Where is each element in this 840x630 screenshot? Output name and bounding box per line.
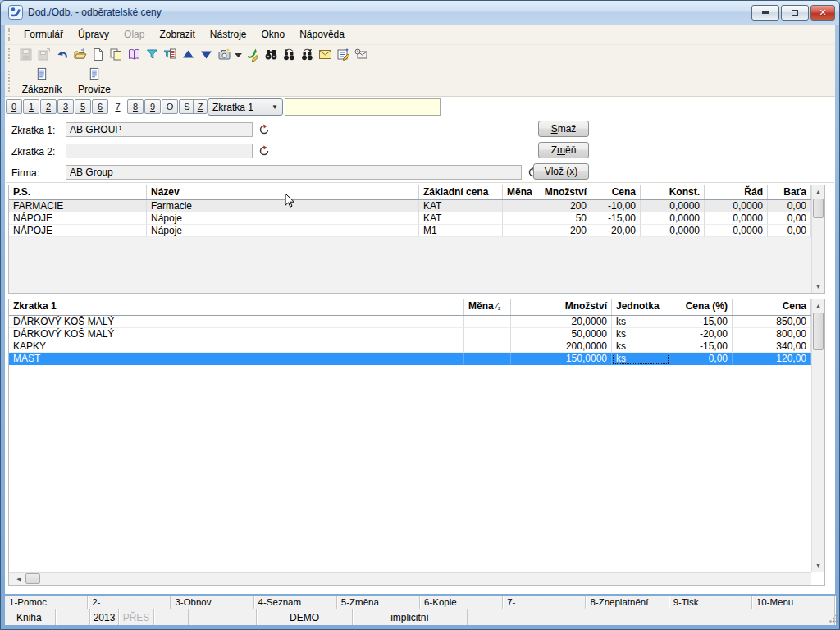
cell[interactable]: NÁPOJE	[9, 225, 147, 237]
cell[interactable]: 0,0000	[641, 225, 705, 237]
send-receive-button[interactable]	[352, 47, 370, 65]
fkey-4-seznam[interactable]: 4-Seznam	[254, 596, 337, 609]
fkey-6-kopie[interactable]: 6-Kopie	[420, 596, 503, 609]
menubar-grip-handle[interactable]	[8, 28, 12, 42]
fkey-3-obnov[interactable]: 3-Obnov	[171, 596, 253, 609]
cell[interactable]: Farmacie	[147, 200, 419, 212]
tab-8[interactable]: 8	[127, 99, 144, 114]
tab-o[interactable]: O	[162, 99, 178, 114]
table-row[interactable]: MAST150,0000ks0,00120,00	[9, 353, 811, 365]
shortcut-button-zakaznik[interactable]: Zákazník	[16, 67, 67, 95]
scrollbar-thumb[interactable]	[813, 199, 824, 218]
tab-5[interactable]: 5	[75, 99, 91, 114]
cell[interactable]	[503, 225, 532, 237]
table-row[interactable]: DÁRKOVÝ KOŠ MALÝ50,0000ks-20,00800,00	[9, 328, 811, 340]
table-row[interactable]: KAPKY200,0000ks-15,00340,00	[9, 340, 811, 353]
cell[interactable]: 0,0000	[705, 225, 768, 237]
fkey-10-menu[interactable]: 10-Menu	[752, 596, 835, 609]
z-button[interactable]: Z	[193, 99, 208, 114]
tab-1[interactable]: 1	[23, 99, 39, 114]
mail-button[interactable]	[316, 47, 334, 65]
open-button[interactable]	[71, 47, 89, 65]
table-row[interactable]: FARMACIEFarmacieKAT200-10,000,00000,0000…	[9, 200, 811, 212]
column-header-zakladni-cena[interactable]: Základní cena	[419, 185, 503, 199]
column-header-jednotka[interactable]: Jednotka	[612, 299, 669, 315]
close-button[interactable]: ✕	[810, 5, 835, 21]
cell[interactable]	[503, 200, 532, 212]
button-smaz[interactable]: Smaž	[538, 121, 589, 137]
snapshot-dropdown-button[interactable]	[233, 47, 244, 65]
restore-button[interactable]	[781, 5, 809, 21]
history-icon[interactable]	[258, 145, 270, 157]
fkey-7[interactable]: 7-	[503, 596, 586, 609]
cell[interactable]: -20,00	[669, 328, 733, 340]
cell[interactable]: 120,00	[733, 353, 811, 365]
tab-0[interactable]: 0	[6, 99, 22, 114]
cell[interactable]: KAT	[419, 212, 503, 225]
snapshot-button[interactable]	[215, 47, 233, 65]
fkey-5-zmena[interactable]: 5-Změna	[337, 596, 420, 609]
history-icon[interactable]	[258, 124, 270, 135]
undo-button[interactable]	[52, 47, 71, 65]
cell[interactable]: 0,0000	[705, 200, 768, 212]
scrollbar-thumb[interactable]	[25, 573, 40, 584]
cell[interactable]	[464, 340, 511, 353]
column-header-rad[interactable]: Řád	[705, 185, 768, 199]
cell[interactable]: 800,00	[733, 328, 811, 340]
menu-item-zobrazit[interactable]: Zobrazit	[152, 26, 202, 43]
column-header-bata[interactable]: Baťa	[768, 185, 811, 199]
cell[interactable]: ks	[612, 316, 669, 328]
column-header-mnozstvi[interactable]: Množství	[532, 185, 591, 199]
cell[interactable]: 0,00	[768, 225, 811, 237]
scrollbar-thumb[interactable]	[813, 313, 824, 350]
title-bar[interactable]: Dod./Odb. - odběratelské ceny ✕	[0, 0, 840, 25]
cell[interactable]: ks	[612, 353, 669, 365]
tab-9[interactable]: 9	[144, 99, 161, 114]
cell[interactable]	[464, 328, 511, 340]
firma-field[interactable]	[66, 165, 522, 180]
zkratka1-field[interactable]	[66, 122, 253, 137]
cell[interactable]: 0,0000	[641, 200, 705, 212]
cell[interactable]	[464, 353, 511, 365]
filter-column-dropdown[interactable]: Zkratka 1 ▼	[208, 98, 283, 116]
cell[interactable]	[503, 212, 532, 225]
cell[interactable]: KAT	[419, 200, 503, 212]
fkey-1-pomoc[interactable]: 1-Pomoc	[5, 596, 88, 609]
cell[interactable]: NÁPOJE	[9, 212, 147, 225]
filter-document-button[interactable]	[161, 47, 179, 65]
cell[interactable]: 200,0000	[511, 340, 612, 353]
fkey-2[interactable]: 2-	[88, 596, 171, 609]
column-header-mena[interactable]: Měna	[503, 185, 532, 199]
button-zmen[interactable]: Změň	[538, 142, 589, 158]
cell[interactable]: -15,00	[669, 316, 733, 328]
cell[interactable]: 0,0000	[705, 212, 768, 225]
menu-item-nastroje[interactable]: Nástroje	[203, 26, 254, 43]
move-down-button[interactable]	[197, 47, 215, 65]
table-row[interactable]: NÁPOJENápojeM1200-20,000,00000,00000,00	[9, 225, 811, 237]
minimize-button[interactable]	[751, 5, 779, 21]
cell[interactable]: 0,00	[669, 353, 733, 365]
cell[interactable]: 150,0000	[511, 353, 612, 365]
cell[interactable]: 850,00	[733, 316, 811, 328]
item-prices-horizontal-scrollbar[interactable]: ◀	[9, 572, 811, 585]
column-header-p-s[interactable]: P.S.	[9, 185, 147, 199]
copy-button[interactable]	[107, 47, 125, 65]
fkey-9-tisk[interactable]: 9-Tisk	[669, 596, 752, 609]
tab-7[interactable]: 7	[109, 99, 126, 114]
column-header-cena[interactable]: Cena	[591, 185, 641, 199]
cell[interactable]: FARMACIE	[9, 200, 147, 212]
cell[interactable]: -15,00	[591, 212, 641, 225]
cell[interactable]: -20,00	[591, 225, 641, 237]
cell[interactable]: ks	[612, 328, 669, 340]
toolbar-grip-handle[interactable]	[8, 48, 12, 63]
find-next-button[interactable]	[298, 47, 316, 65]
menu-item-napoveda[interactable]: Nápověda	[292, 26, 352, 43]
cell[interactable]: MAST	[9, 353, 464, 365]
resize-grip[interactable]	[829, 614, 838, 622]
find-previous-button[interactable]	[280, 47, 298, 65]
cell[interactable]: 50	[532, 212, 591, 225]
cell[interactable]: DÁRKOVÝ KOŠ MALÝ	[9, 316, 464, 328]
cell[interactable]: 50,0000	[511, 328, 612, 340]
cell[interactable]: -15,00	[669, 340, 733, 353]
shortcut-button-provize[interactable]: Provize	[69, 67, 120, 95]
